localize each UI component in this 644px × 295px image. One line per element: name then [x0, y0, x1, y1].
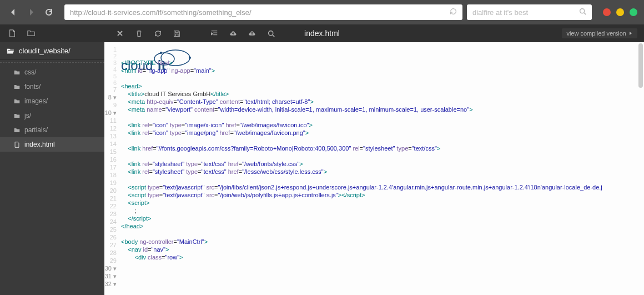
- open-folder-icon[interactable]: [26, 28, 37, 39]
- svg-point-0: [580, 9, 585, 13]
- titlebar: [0, 0, 644, 24]
- folder-icon: [13, 98, 20, 104]
- code-line[interactable]: <script>: [121, 199, 644, 207]
- sidebar-root-label: cloudit_website/: [19, 47, 71, 55]
- folder-icon: [13, 112, 20, 119]
- code-line[interactable]: ;: [121, 207, 644, 214]
- sidebar-item-label: images/: [24, 97, 48, 105]
- code-line[interactable]: <meta name="viewport" content="width=dev…: [121, 106, 644, 113]
- file-title: index.html: [304, 29, 340, 38]
- forward-button[interactable]: [24, 6, 38, 19]
- sidebar-item-label: js/: [24, 112, 31, 119]
- svg-point-4: [160, 52, 162, 54]
- code-line[interactable]: [121, 137, 644, 144]
- reload-button[interactable]: [42, 6, 56, 19]
- code-line[interactable]: [121, 230, 644, 238]
- sidebar-item-label: index.html: [24, 141, 55, 148]
- sidebar-item-css[interactable]: css/: [0, 65, 104, 79]
- search-input[interactable]: [472, 8, 579, 17]
- code-line[interactable]: <div class="row">: [121, 253, 644, 261]
- code-line[interactable]: <body ng-controller="MainCtrl">: [121, 238, 644, 246]
- code-area[interactable]: cloud it <!DOCTYPE html><html id="ng-app…: [121, 42, 644, 295]
- sidebar-item-fonts[interactable]: fonts/: [0, 79, 104, 94]
- cloud-upload-icon[interactable]: [246, 28, 258, 39]
- trash-icon[interactable]: [133, 28, 144, 39]
- file-icon: [13, 141, 20, 148]
- sidebar-item-label: fonts/: [24, 83, 41, 91]
- scrollbar[interactable]: [638, 43, 643, 88]
- view-compiled-button[interactable]: view compiled version: [562, 28, 637, 38]
- new-file-icon[interactable]: [7, 28, 18, 39]
- back-button[interactable]: [7, 6, 20, 19]
- maximize-window-button[interactable]: [630, 8, 637, 16]
- sidebar-root-folder[interactable]: cloudit_website/: [0, 42, 104, 60]
- code-line[interactable]: </script>: [121, 214, 644, 222]
- code-line[interactable]: <html id="ng-app" ng-app="main">: [121, 67, 644, 74]
- indent-icon[interactable]: [209, 28, 220, 39]
- url-input[interactable]: [70, 8, 450, 17]
- code-line[interactable]: <link rel="stylesheet" type="text/css" h…: [121, 168, 644, 176]
- sidebar-item-images[interactable]: images/: [0, 94, 104, 108]
- editor-toolbar: index.html view compiled version: [0, 24, 644, 42]
- minimize-window-button[interactable]: [616, 8, 624, 16]
- save-icon[interactable]: [171, 28, 182, 39]
- code-line[interactable]: <script type="text/javascript" src="/joi…: [121, 191, 644, 199]
- refresh-icon[interactable]: [450, 8, 457, 17]
- code-line[interactable]: <title>cloud IT Services GmbH</title>: [121, 90, 644, 98]
- code-line[interactable]: <head>: [121, 82, 644, 90]
- code-line[interactable]: <meta http-equiv="Content-Type" content=…: [121, 98, 644, 106]
- code-editor[interactable]: 1234562345678 ▾910 ▾11121314151617181920…: [104, 42, 644, 295]
- code-line[interactable]: <script type="text/javascript" src="/joi…: [121, 183, 644, 191]
- sidebar-item-indexhtml[interactable]: index.html: [0, 137, 104, 152]
- refresh-editor-icon[interactable]: [152, 28, 163, 39]
- line-gutter: 1234562345678 ▾910 ▾11121314151617181920…: [104, 42, 121, 295]
- folder-icon: [13, 127, 20, 133]
- search-editor-icon[interactable]: [265, 28, 276, 39]
- sidebar-item-label: partials/: [24, 126, 48, 134]
- search-bar[interactable]: [467, 4, 592, 20]
- folder-icon: [13, 83, 20, 90]
- code-line[interactable]: </head>: [121, 222, 644, 230]
- search-icon[interactable]: [579, 8, 586, 17]
- code-line[interactable]: <nav id="nav">: [121, 246, 644, 253]
- close-window-button[interactable]: [603, 8, 611, 16]
- code-line[interactable]: <link rel="icon" type="image/x-icon" hre…: [121, 121, 644, 129]
- code-line[interactable]: [121, 113, 644, 121]
- window-controls: [603, 8, 637, 16]
- cloud-download-icon[interactable]: [228, 28, 239, 39]
- code-line[interactable]: [121, 176, 644, 183]
- code-line[interactable]: cloud it: [121, 48, 644, 56]
- close-icon[interactable]: [114, 28, 125, 39]
- url-bar[interactable]: [64, 4, 462, 20]
- code-line[interactable]: [121, 152, 644, 160]
- code-line[interactable]: <link rel="icon" type="image/png" href="…: [121, 129, 644, 137]
- sidebar-item-partials[interactable]: partials/: [0, 123, 104, 137]
- code-line[interactable]: <!DOCTYPE html>: [121, 59, 644, 67]
- svg-point-5: [189, 57, 191, 59]
- sidebar-item-js[interactable]: js/: [0, 108, 104, 123]
- folder-open-icon: [7, 47, 14, 55]
- code-line[interactable]: <link href="//fonts.googleapis.com/css?f…: [121, 144, 644, 152]
- file-tree-sidebar: cloudit_website/ css/fonts/images/js/par…: [0, 42, 104, 295]
- sidebar-item-label: css/: [24, 68, 36, 76]
- code-line[interactable]: <link rel="stylesheet" type="text/css" h…: [121, 160, 644, 168]
- code-line[interactable]: [121, 74, 644, 82]
- svg-point-1: [268, 31, 273, 35]
- folder-icon: [13, 69, 20, 76]
